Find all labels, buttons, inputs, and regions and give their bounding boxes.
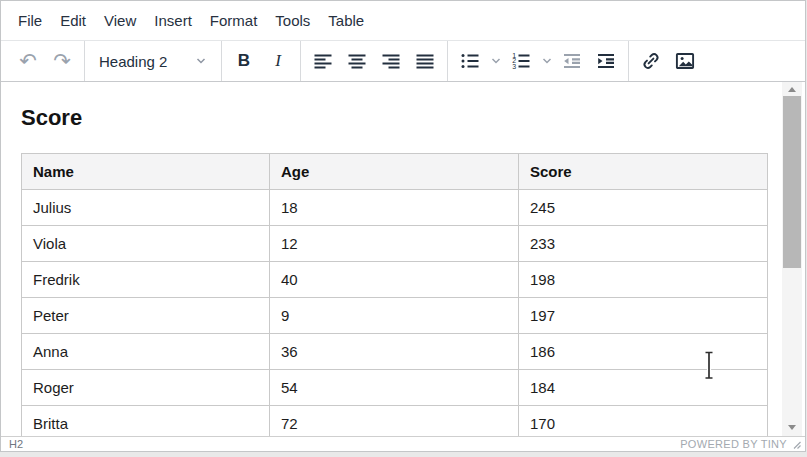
table-cell[interactable]: 233 — [519, 226, 768, 262]
table-cell[interactable]: Anna — [22, 334, 270, 370]
column-header[interactable]: Name — [22, 154, 270, 190]
undo-button[interactable]: ↶ — [11, 44, 45, 78]
table-cell[interactable]: 72 — [270, 406, 519, 437]
page: { "menubar": { "items": ["File", "Edit",… — [0, 0, 807, 457]
image-icon — [673, 49, 697, 73]
italic-icon: I — [275, 51, 281, 71]
table-cell[interactable]: Fredrik — [22, 262, 270, 298]
outdent-button[interactable] — [555, 44, 589, 78]
bold-icon: B — [238, 51, 250, 71]
table-cell[interactable]: 54 — [270, 370, 519, 406]
outdent-icon — [560, 49, 584, 73]
block-format-value: Heading 2 — [99, 53, 167, 70]
table-row: Roger 54 184 — [22, 370, 768, 406]
column-header[interactable]: Age — [270, 154, 519, 190]
align-right-button[interactable] — [374, 44, 408, 78]
justify-icon — [413, 49, 437, 73]
scroll-up-button[interactable] — [782, 82, 802, 97]
image-button[interactable] — [668, 44, 702, 78]
toolbar-group-insert — [629, 41, 707, 81]
table-row: Fredrik 40 198 — [22, 262, 768, 298]
element-path[interactable]: H2 — [9, 438, 23, 451]
table-cell[interactable]: 36 — [270, 334, 519, 370]
statusbar: H2 POWERED BY TINY — [1, 436, 805, 451]
justify-button[interactable] — [408, 44, 442, 78]
toolbar-group-align — [301, 41, 448, 81]
table-cell[interactable]: 184 — [519, 370, 768, 406]
bullet-list-menu-button[interactable] — [487, 44, 504, 78]
menu-insert[interactable]: Insert — [145, 6, 201, 35]
numbered-list-button[interactable]: 1 2 3 — [504, 44, 538, 78]
data-table: Name Age Score Julius 18 245 Viola 12 23… — [21, 153, 768, 436]
table-cell[interactable]: 40 — [270, 262, 519, 298]
column-header[interactable]: Score — [519, 154, 768, 190]
scrollbar-down-icon — [788, 425, 796, 430]
editor-window: File Edit View Insert Format Tools Table… — [0, 0, 806, 452]
align-center-button[interactable] — [340, 44, 374, 78]
bullet-list-button[interactable] — [453, 44, 487, 78]
link-icon — [639, 49, 663, 73]
toolbar: ↶ ↷ Heading 2 B I — [1, 41, 805, 82]
numbered-list-icon: 1 2 3 — [509, 49, 533, 73]
table-cell[interactable]: 170 — [519, 406, 768, 437]
menu-view[interactable]: View — [95, 6, 145, 35]
chevron-down-icon — [195, 55, 207, 67]
redo-button[interactable]: ↷ — [45, 44, 79, 78]
table-cell[interactable]: 9 — [270, 298, 519, 334]
table-cell[interactable]: Peter — [22, 298, 270, 334]
menu-tools[interactable]: Tools — [266, 6, 319, 35]
scroll-down-button[interactable] — [782, 420, 802, 435]
table-cell[interactable]: 197 — [519, 298, 768, 334]
link-button[interactable] — [634, 44, 668, 78]
document-body: Score Name Age Score Julius 18 245 — [1, 82, 805, 436]
toolbar-group-lists: 1 2 3 — [448, 41, 629, 81]
numbered-list-menu-button[interactable] — [538, 44, 555, 78]
table-cell[interactable]: 18 — [270, 190, 519, 226]
indent-button[interactable] — [589, 44, 623, 78]
redo-icon: ↷ — [53, 51, 71, 72]
table-cell[interactable]: 186 — [519, 334, 768, 370]
menu-edit[interactable]: Edit — [51, 6, 95, 35]
table-row: Anna 36 186 — [22, 334, 768, 370]
toolbar-group-fontstyle: B I — [222, 41, 301, 81]
table-cell[interactable]: 198 — [519, 262, 768, 298]
menubar: File Edit View Insert Format Tools Table — [1, 1, 805, 41]
branding-label: POWERED BY TINY — [680, 438, 787, 451]
toolbar-group-history: ↶ ↷ — [6, 41, 85, 81]
bullet-list-icon — [458, 49, 482, 73]
vertical-scrollbar[interactable] — [782, 82, 802, 436]
align-center-icon — [345, 49, 369, 73]
align-right-icon — [379, 49, 403, 73]
table-cell[interactable]: 245 — [519, 190, 768, 226]
undo-icon: ↶ — [19, 51, 37, 72]
scrollbar-up-icon — [788, 87, 796, 92]
toolbar-group-styles: Heading 2 — [85, 41, 222, 81]
table-header-row: Name Age Score — [22, 154, 768, 190]
chevron-down-icon — [541, 55, 553, 67]
branding[interactable]: POWERED BY TINY — [680, 438, 801, 451]
menu-format[interactable]: Format — [201, 6, 267, 35]
scrollbar-thumb[interactable] — [783, 96, 801, 268]
align-left-icon — [311, 49, 335, 73]
table-cell[interactable]: Viola — [22, 226, 270, 262]
bold-button[interactable]: B — [227, 44, 261, 78]
table-row: Peter 9 197 — [22, 298, 768, 334]
menu-file[interactable]: File — [9, 6, 51, 35]
chevron-down-icon — [490, 55, 502, 67]
resize-grip-icon[interactable] — [791, 439, 801, 449]
table-cell[interactable]: Roger — [22, 370, 270, 406]
svg-text:3: 3 — [512, 63, 516, 70]
text-cursor-icon — [702, 350, 716, 385]
document-heading[interactable]: Score — [21, 104, 765, 131]
table-cell[interactable]: Britta — [22, 406, 270, 437]
italic-button[interactable]: I — [261, 44, 295, 78]
table-row: Viola 12 233 — [22, 226, 768, 262]
menu-table[interactable]: Table — [319, 6, 373, 35]
table-cell[interactable]: Julius — [22, 190, 270, 226]
block-format-select[interactable]: Heading 2 — [90, 44, 216, 78]
indent-icon — [594, 49, 618, 73]
align-left-button[interactable] — [306, 44, 340, 78]
table-row: Julius 18 245 — [22, 190, 768, 226]
editable-area[interactable]: Score Name Age Score Julius 18 245 — [1, 82, 805, 436]
table-cell[interactable]: 12 — [270, 226, 519, 262]
